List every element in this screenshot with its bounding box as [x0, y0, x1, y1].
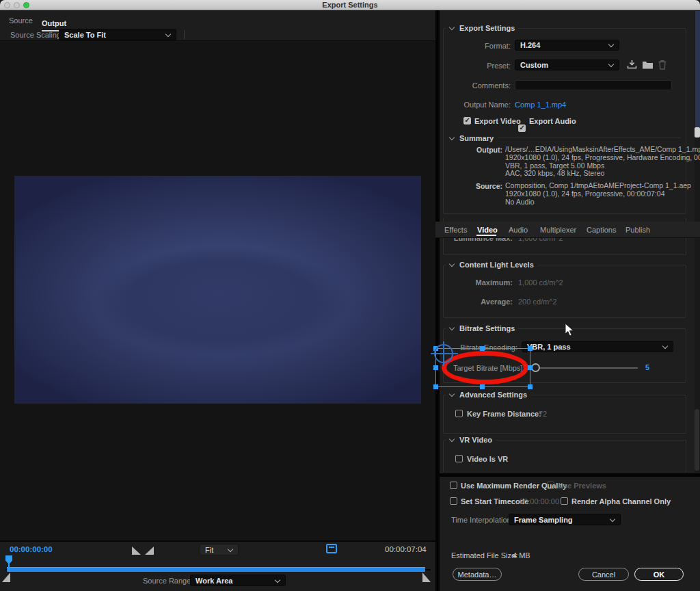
- cancel-button[interactable]: Cancel: [578, 568, 629, 581]
- average-label: Average:: [444, 298, 513, 306]
- scrollbar-accent: [695, 11, 700, 127]
- source-scaling-label: Source Scaling:: [10, 31, 63, 39]
- preset-value: Custom: [520, 61, 548, 69]
- key-frame-distance-value: 72: [539, 410, 547, 418]
- set-start-timecode-checkbox[interactable]: [450, 497, 457, 505]
- crosshair-icon[interactable]: [429, 340, 459, 369]
- playhead-stem: [8, 563, 10, 572]
- current-time[interactable]: 00:00:00:00: [10, 545, 53, 553]
- output-name-label: Output Name:: [442, 101, 511, 109]
- summary-line: AAC, 320 kbps, 48 kHz, Stereo: [505, 170, 688, 178]
- selection-handle[interactable]: [480, 346, 485, 351]
- use-previews-checkbox: [547, 482, 554, 489]
- comments-label: Comments:: [442, 81, 511, 90]
- selection-handle[interactable]: [528, 384, 533, 389]
- collapse-chevron-icon: [449, 325, 455, 331]
- duration: 00:00:07:04: [385, 545, 427, 553]
- export-settings-header[interactable]: Export Settings: [446, 23, 518, 32]
- vr-video-header[interactable]: VR Video: [446, 435, 496, 444]
- summary-line: 1920x1080 (1.0), 24 fps, Progressive, Ha…: [505, 154, 688, 162]
- selection-handle[interactable]: [528, 365, 533, 370]
- title-bar: Export Settings: [0, 0, 700, 10]
- chevron-down-icon: [608, 62, 614, 68]
- summary-source-label: Source:: [442, 182, 502, 190]
- tab-effects[interactable]: Effects: [444, 226, 467, 234]
- tab-output-label: Output: [42, 19, 66, 27]
- maximum-label: Maximum:: [444, 278, 513, 287]
- chevron-down-icon: [608, 42, 614, 48]
- video-is-vr-checkbox[interactable]: [455, 455, 463, 462]
- summary-header-rule: [498, 137, 681, 138]
- estimated-size-label: Estimated File Size:: [451, 551, 517, 560]
- content-light-group: [443, 265, 686, 318]
- bitrate-header[interactable]: Bitrate Settings: [446, 324, 518, 332]
- selection-handle[interactable]: [528, 346, 533, 351]
- export-audio-label: Export Audio: [529, 117, 576, 125]
- tab-multiplexer[interactable]: Multiplexer: [540, 226, 576, 234]
- delete-preset-icon[interactable]: [658, 60, 667, 73]
- summary-header[interactable]: Summary: [446, 133, 497, 142]
- summary-line: 1920x1080 (1.0), 24 fps, Progressive, 00…: [505, 190, 688, 198]
- use-previews-label: Use Previews: [558, 482, 606, 490]
- tab-source[interactable]: Source: [9, 16, 33, 25]
- ok-button[interactable]: OK: [634, 568, 684, 581]
- selection-handle[interactable]: [480, 384, 485, 389]
- collapse-chevron-icon: [449, 25, 455, 31]
- preset-dropdown[interactable]: Custom: [515, 60, 619, 70]
- source-range-dropdown[interactable]: Work Area: [190, 575, 286, 586]
- source-range-label: Source Range:: [143, 577, 193, 585]
- work-area-bar[interactable]: [7, 567, 425, 572]
- vr-video-title: VR Video: [459, 436, 492, 444]
- format-dropdown[interactable]: H.264: [515, 40, 619, 51]
- content-light-header[interactable]: Content Light Levels: [446, 260, 537, 269]
- bitrate-encoding-value: VBR, 1 pass: [527, 343, 571, 351]
- start-timecode-value: 00:00:00:00: [520, 497, 559, 505]
- tab-publish[interactable]: Publish: [625, 226, 650, 234]
- key-frame-distance-checkbox[interactable]: [455, 410, 463, 417]
- key-frame-distance-label: Key Frame Distance:: [467, 410, 541, 418]
- target-bitrate-value[interactable]: 5: [645, 363, 649, 371]
- tab-audio[interactable]: Audio: [509, 226, 528, 234]
- collapse-chevron-icon: [449, 436, 455, 443]
- selection-handle[interactable]: [433, 384, 438, 389]
- save-preset-icon[interactable]: [627, 60, 637, 73]
- bitrate-title: Bitrate Settings: [459, 324, 515, 332]
- preview-image: [14, 176, 421, 404]
- export-video-checkbox[interactable]: [463, 117, 471, 124]
- time-interpolation-dropdown[interactable]: Frame Sampling: [509, 514, 621, 525]
- render-alpha-label: Render Alpha Channel Only: [571, 497, 671, 505]
- time-interpolation-label: Time Interpolation:: [451, 516, 513, 524]
- window-title: Export Settings: [0, 1, 700, 9]
- output-name-link[interactable]: Comp 1_1.mp4: [515, 101, 566, 109]
- scrollbar-thumb-light[interactable]: [695, 127, 700, 137]
- bitrate-encoding-dropdown[interactable]: VBR, 1 pass: [522, 341, 673, 352]
- collapse-chevron-icon: [449, 135, 455, 141]
- tab-captions[interactable]: Captions: [587, 226, 616, 234]
- use-max-quality-checkbox[interactable]: [450, 482, 457, 489]
- import-preset-icon[interactable]: [642, 60, 654, 73]
- comments-input[interactable]: [515, 80, 672, 90]
- source-scaling-dropdown[interactable]: Scale To Fit: [59, 29, 176, 40]
- export-audio-checkbox[interactable]: [518, 124, 526, 132]
- format-value: H.264: [520, 41, 540, 49]
- scrollbar-thumb-dark[interactable]: [695, 409, 699, 471]
- tab-video[interactable]: Video: [477, 226, 498, 234]
- advanced-header[interactable]: Advanced Settings: [446, 390, 530, 399]
- collapse-chevron-icon: [449, 261, 455, 267]
- advanced-title: Advanced Settings: [459, 391, 527, 399]
- summary-output-label: Output:: [442, 146, 502, 154]
- source-range-value: Work Area: [196, 577, 232, 585]
- chevron-down-icon: [610, 517, 615, 523]
- fit-dropdown[interactable]: Fit: [200, 544, 239, 555]
- render-alpha-checkbox[interactable]: [561, 497, 568, 505]
- summary-title: Summary: [459, 134, 494, 142]
- target-bitrate-slider-track[interactable]: [528, 367, 638, 369]
- estimated-size-value: 4 MB: [513, 551, 530, 560]
- summary-source-lines: Composition, Comp 1/tmpAEtoAMEProject-Co…: [505, 182, 688, 206]
- time-interpolation-value: Frame Sampling: [514, 516, 573, 524]
- metadata-button[interactable]: Metadata…: [453, 568, 502, 581]
- aspect-ratio-icon[interactable]: [326, 544, 337, 553]
- set-start-timecode-label: Set Start Timecode: [461, 497, 528, 505]
- chevron-down-icon: [662, 344, 668, 350]
- tab-video-underline: [476, 235, 496, 236]
